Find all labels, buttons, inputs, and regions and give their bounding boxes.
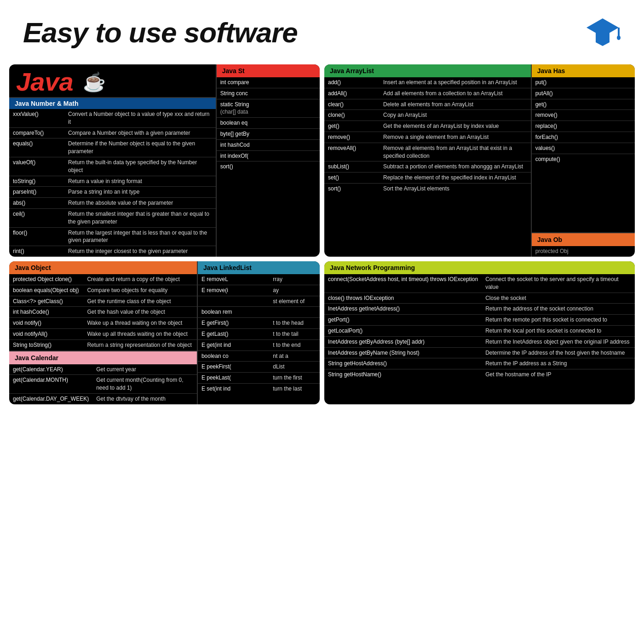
- java-string-header: Java St: [217, 64, 320, 77]
- method-name: InetAddress getByName (String host): [324, 347, 482, 358]
- java-obj-bottom-table: protected Obj: [532, 246, 635, 257]
- method-name: xxxValue(): [9, 109, 64, 127]
- java-coffee-icon: ☕: [83, 71, 106, 93]
- method-name: sort(): [217, 161, 320, 172]
- method-desc: Replace the element of the specified ind…: [380, 172, 531, 184]
- java-object-table: protected Object clone() Create and retu…: [9, 274, 197, 351]
- java-string-table: int compare String conc static String(ch…: [217, 77, 320, 172]
- method-name: String getHostAddress(): [324, 358, 482, 369]
- method-name: E removeL: [198, 274, 269, 285]
- method-name: removeAll(): [324, 143, 380, 161]
- table-row: compute(): [532, 154, 635, 164]
- method-name: remove(): [532, 110, 635, 121]
- table-row: String getHostName() Get the hostname of…: [324, 369, 635, 380]
- table-row: putAll(): [532, 88, 635, 99]
- method-desc: Create and return a copy of the object: [83, 274, 196, 285]
- table-row: E remove(i ay: [198, 285, 320, 296]
- page-header: Easy to use software: [0, 0, 644, 60]
- method-name: protected Obj: [532, 246, 635, 257]
- table-row: remove(): [532, 110, 635, 121]
- method-desc: Return the remote port this socket is co…: [482, 315, 635, 326]
- method-desc: [269, 307, 320, 318]
- main-grid: Java ☕ Java Number & Math xxxValue() Con…: [0, 60, 644, 409]
- method-name: clear(): [324, 99, 380, 110]
- table-row: boolean rem: [198, 307, 320, 318]
- method-name: clone(): [324, 110, 380, 121]
- method-desc: Sort the ArrayList elements: [380, 183, 531, 194]
- graduation-cap-icon: [584, 14, 621, 51]
- method-name: String conc: [217, 88, 320, 99]
- method-desc: Determine the IP address of the host giv…: [482, 347, 635, 358]
- java-logo: Java: [16, 69, 74, 95]
- method-name: replace(): [532, 121, 635, 132]
- java-object-header: Java Object: [9, 261, 197, 274]
- java-hashmap-section: Java Has put() putAll() get() remove() r…: [532, 64, 635, 257]
- table-row: ceil() Return the smallest integer that …: [9, 208, 216, 227]
- method-desc: Get the dtvtvay of the month: [92, 393, 197, 404]
- table-row: compareTo() Compare a Number object with…: [9, 127, 216, 138]
- table-row: InetAddress getInetAddress() Return the …: [324, 304, 635, 315]
- java-linkedlist-section: Java LinkedList E removeL rray E remove(…: [198, 261, 320, 404]
- svg-marker-0: [586, 18, 619, 37]
- method-desc: Compare two objects for equality: [83, 285, 196, 296]
- method-name: int compare: [217, 77, 320, 88]
- table-row: byte[] getBy: [217, 128, 320, 139]
- table-row: protected Obj: [532, 246, 635, 257]
- table-row: clear() Delete all elements from an Arra…: [324, 99, 531, 110]
- top-right-card: Java ArrayList add() Insert an element a…: [324, 64, 635, 257]
- java-main-section: Java ☕ Java Number & Math xxxValue() Con…: [9, 64, 217, 257]
- java-arraylist-table: add() Insert an element at a specified p…: [324, 77, 531, 194]
- method-desc: Remove all elements from an ArrayList th…: [380, 143, 531, 161]
- method-name: void notifyAll(): [9, 328, 83, 339]
- java-object-section: Java Object protected Object clone() Cre…: [9, 261, 198, 404]
- method-name: E getFirst(): [198, 318, 269, 329]
- table-row: int hashCode() Get the hash value of the…: [9, 307, 197, 318]
- method-name: int hashCod: [217, 139, 320, 150]
- method-desc: Return the largest integer that is less …: [64, 227, 216, 246]
- method-desc: Get the elements of an ArrayList by inde…: [380, 121, 531, 132]
- method-desc: Return the absolute value of the paramet…: [64, 198, 216, 209]
- table-row: E removeL rray: [198, 274, 320, 285]
- svg-point-3: [617, 35, 621, 40]
- method-name: E peekLast(: [198, 373, 269, 384]
- table-row: xxxValue() Convert a Number object to a …: [9, 109, 216, 127]
- method-name: E set(int ind: [198, 383, 269, 394]
- table-row: InetAddress getByAddress (byte[] addr) R…: [324, 336, 635, 347]
- method-name: String getHostName(): [324, 369, 482, 380]
- table-row: int indexOf(: [217, 150, 320, 161]
- table-row: connect(SocketAddress host, int timeout)…: [324, 274, 635, 293]
- method-desc: rray: [269, 274, 320, 285]
- method-name: getLocalPort(): [324, 325, 482, 336]
- table-row: String conc: [217, 88, 320, 99]
- method-name: protected Object clone(): [9, 274, 83, 285]
- method-name: subList(): [324, 161, 380, 172]
- table-row: abs() Return the absolute value of the p…: [9, 198, 216, 209]
- method-name: boolean equals(Object obj): [9, 285, 83, 296]
- method-name: [198, 296, 269, 307]
- table-row: E getFirst() t to the head: [198, 318, 320, 329]
- java-linkedlist-header: Java LinkedList: [198, 261, 320, 274]
- method-name: compareTo(): [9, 127, 64, 138]
- method-name: static String(char[] data: [217, 99, 320, 118]
- method-name: rint(): [9, 246, 64, 257]
- table-row: String getHostAddress() Return the IP ad…: [324, 358, 635, 369]
- method-name: sort(): [324, 183, 380, 194]
- method-desc: Get the hostname of the IP: [482, 369, 635, 380]
- table-row: st element of: [198, 296, 320, 307]
- java-calendar-section: Java Calendar get(Calendar.YEAR) Get cur…: [9, 351, 197, 404]
- method-desc: turn the last: [269, 383, 320, 394]
- table-row: void notifyAll() Wake up all threads wai…: [9, 328, 197, 339]
- method-desc: Remove a single element from an ArrayLis…: [380, 132, 531, 143]
- top-left-card: Java ☕ Java Number & Math xxxValue() Con…: [9, 64, 320, 257]
- table-row: getLocalPort() Return the local port thi…: [324, 325, 635, 336]
- table-row: int compare: [217, 77, 320, 88]
- java-obj-bottom-header: Java Ob: [532, 233, 635, 246]
- method-name: forEach(): [532, 132, 635, 143]
- method-desc: Get current year: [92, 364, 197, 375]
- method-desc: Return the address of the socket connect…: [482, 304, 635, 315]
- table-row: E getLast() t to the tail: [198, 328, 320, 339]
- method-name: Class<?> getClass(): [9, 296, 83, 307]
- method-name: ceil(): [9, 208, 64, 227]
- method-name: parseInt(): [9, 187, 64, 198]
- method-desc: st element of: [269, 296, 320, 307]
